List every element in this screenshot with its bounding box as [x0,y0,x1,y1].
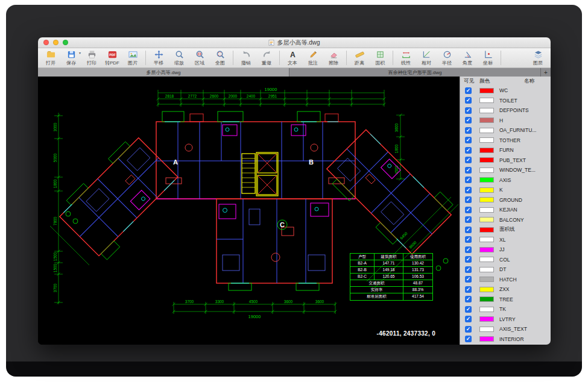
layer-color-swatch[interactable] [479,187,494,193]
layer-row[interactable]: ✓HATCH [460,275,551,285]
layer-row[interactable]: ✓OA_FURNITU... [460,125,551,136]
layer-row[interactable]: ✓PUB_TEXT [460,155,551,166]
layer-color-swatch[interactable] [479,327,494,332]
visibility-checkbox[interactable]: ✓ [465,296,472,302]
visibility-checkbox[interactable]: ✓ [465,316,472,322]
toolbar-zoom-all-button[interactable]: 全图 [210,48,230,67]
caret-down-icon[interactable]: ▾ [79,51,81,55]
layer-row[interactable]: ✓H [460,116,551,126]
layer-color-swatch[interactable] [479,148,494,153]
toolbar-layers-button[interactable]: 图层 [528,48,548,67]
toolbar-coordinate-button[interactable]: 坐标 [478,48,498,67]
layer-color-swatch[interactable] [479,157,494,163]
toolbar-area-button[interactable]: 面积 [370,48,390,67]
layer-row[interactable]: ✓DT [460,265,551,275]
layer-row[interactable]: ✓KEJIAN [460,205,551,215]
visibility-checkbox[interactable]: ✓ [465,97,472,104]
toolbar-save-button[interactable]: ▾保存 [61,48,81,67]
layer-row[interactable]: ✓FURN [460,145,551,155]
layer-row[interactable]: ✓BALCONY [460,215,551,225]
layer-color-swatch[interactable] [479,247,494,252]
layer-row[interactable]: ✓面积线 [460,225,551,235]
layer-color-swatch[interactable] [479,237,494,242]
zoom-button[interactable] [63,40,68,45]
toolbar-redo-button[interactable]: 重做 [256,48,277,67]
visibility-checkbox[interactable]: ✓ [465,236,472,243]
visibility-checkbox[interactable]: ✓ [465,306,472,313]
toolbar-distance-button[interactable]: 距离 [349,48,370,67]
toolbar-text-button[interactable]: A文本 [282,48,303,67]
layer-row[interactable]: ✓XL [460,235,551,245]
layer-color-swatch[interactable] [479,108,494,113]
layer-row[interactable]: ✓JJ [460,245,551,255]
layer-row[interactable]: ✓TREE [460,295,551,305]
visibility-checkbox[interactable]: ✓ [465,266,472,273]
layer-row[interactable]: ✓ZXX [460,284,551,295]
toolbar-pan-button[interactable]: 平移 [148,48,169,67]
layer-row[interactable]: ✓TK [460,304,551,315]
layer-color-swatch[interactable] [479,137,494,143]
layer-color-swatch[interactable] [479,316,494,322]
toolbar-relative-button[interactable]: 相对 [416,48,437,67]
toolbar-printer-button[interactable]: 打印 [81,48,102,67]
visibility-checkbox[interactable]: ✓ [465,336,472,342]
layer-color-swatch[interactable] [479,88,494,93]
visibility-checkbox[interactable]: ✓ [465,87,472,94]
visibility-checkbox[interactable]: ✓ [465,177,472,183]
layer-color-swatch[interactable] [479,287,494,292]
visibility-checkbox[interactable]: ✓ [465,246,472,253]
layer-row[interactable]: ✓GROUND [460,195,551,205]
visibility-checkbox[interactable]: ✓ [465,276,472,283]
layer-row[interactable]: ✓INTERIOR [460,334,551,345]
layer-color-swatch[interactable] [479,128,494,133]
visibility-checkbox[interactable]: ✓ [465,286,472,293]
visibility-checkbox[interactable]: ✓ [465,216,472,223]
visibility-checkbox[interactable]: ✓ [465,187,472,193]
layer-color-swatch[interactable] [479,197,494,202]
layer-color-swatch[interactable] [479,168,494,173]
visibility-checkbox[interactable]: ✓ [465,147,472,154]
layer-row[interactable]: ✓AXIS [460,175,551,186]
new-tab-button[interactable]: + [541,68,551,77]
visibility-checkbox[interactable]: ✓ [465,167,472,174]
visibility-checkbox[interactable]: ✓ [465,326,472,333]
toolbar-folder-open-button[interactable]: 打开 [40,48,61,67]
toolbar-image-button[interactable]: 图片 [122,48,143,67]
layer-color-swatch[interactable] [479,177,494,183]
layer-color-swatch[interactable] [479,207,494,213]
visibility-checkbox[interactable]: ✓ [465,256,472,263]
layer-color-swatch[interactable] [479,227,494,233]
tab-1[interactable]: 百余种住宅户形平面.dwg [289,68,541,77]
layer-color-swatch[interactable] [479,336,494,342]
layer-color-swatch[interactable] [479,117,494,123]
layer-color-swatch[interactable] [479,296,494,302]
layer-row[interactable]: ✓TOTHER [460,136,551,146]
layer-color-swatch[interactable] [479,307,494,312]
visibility-checkbox[interactable]: ✓ [465,117,472,124]
visibility-checkbox[interactable]: ✓ [465,127,472,134]
layer-row[interactable]: ✓WINDOW_TE... [460,165,551,175]
toolbar-zoom-button[interactable]: 缩放 [169,48,189,67]
layer-row[interactable]: ✓AXIS_TEXT [460,324,551,334]
toolbar-linear-button[interactable]: 线性 [396,48,416,67]
drawing-canvas[interactable]: 2818277226002000240029513700330045003600… [38,77,460,345]
layer-row[interactable]: ✓WC [460,86,551,96]
layer-row[interactable]: ✓K [460,185,551,195]
layer-color-swatch[interactable] [479,217,494,222]
close-button[interactable] [43,40,49,45]
toolbar-undo-button[interactable]: 撤销 [236,48,256,67]
visibility-checkbox[interactable]: ✓ [465,227,472,233]
toolbar-annotate-button[interactable]: 批注 [303,48,323,67]
visibility-checkbox[interactable]: ✓ [465,207,472,213]
visibility-checkbox[interactable]: ✓ [465,107,472,114]
toolbar-pdf-button[interactable]: PDF转PDF [102,48,122,67]
layer-color-swatch[interactable] [479,98,494,103]
visibility-checkbox[interactable]: ✓ [465,196,472,203]
layer-color-swatch[interactable] [479,267,494,272]
toolbar-angle-button[interactable]: 角度 [457,48,478,67]
minimize-button[interactable] [53,40,58,45]
layer-row[interactable]: ✓LVTRY [460,315,551,325]
visibility-checkbox[interactable]: ✓ [465,157,472,163]
visibility-checkbox[interactable]: ✓ [465,137,472,143]
layer-color-swatch[interactable] [479,257,494,262]
